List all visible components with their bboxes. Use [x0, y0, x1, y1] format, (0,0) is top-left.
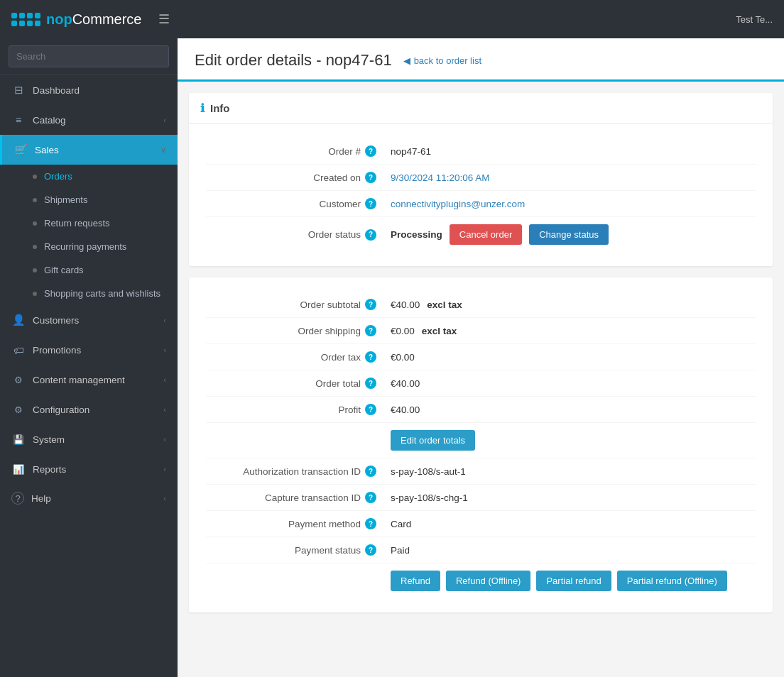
profit-row: Profit ? €40.00 — [206, 397, 756, 423]
order-tax-label: Order tax ? — [206, 351, 391, 363]
order-number-help-icon[interactable]: ? — [365, 145, 376, 157]
sidebar-item-label: Gift cards — [44, 265, 84, 275]
edit-order-totals-button[interactable]: Edit order totals — [391, 430, 475, 451]
sidebar-item-shipments[interactable]: Shipments — [0, 188, 178, 211]
info-card: ℹ Info Order # ? nop47-61 Cr — [189, 93, 773, 266]
cancel-order-button[interactable]: Cancel order — [450, 224, 522, 245]
order-total-label: Order total ? — [206, 378, 391, 389]
sidebar-item-label: Help — [31, 493, 51, 504]
order-tax-help-icon[interactable]: ? — [365, 351, 376, 363]
dashboard-icon: ⊟ — [11, 83, 26, 97]
edit-totals-actions: Edit order totals — [391, 430, 475, 451]
order-number-row: Order # ? nop47-61 — [206, 138, 756, 165]
order-status-label: Order status ? — [206, 229, 391, 241]
customer-value[interactable]: connectivityplugins@unzer.com — [391, 199, 525, 209]
configuration-icon: ⚙ — [11, 402, 26, 417]
sidebar-item-system[interactable]: 💾 System ‹ — [0, 424, 178, 454]
order-status-help-icon[interactable]: ? — [365, 229, 376, 241]
refund-button[interactable]: Refund — [391, 571, 440, 591]
sidebar-item-label: Configuration — [33, 404, 89, 415]
order-status-row: Order status ? Processing Cancel order C… — [206, 217, 756, 252]
created-on-row: Created on ? 9/30/2024 11:20:06 AM — [206, 165, 756, 191]
sidebar-item-configuration[interactable]: ⚙ Configuration ‹ — [0, 395, 178, 424]
sales-icon: 🛒 — [13, 143, 28, 157]
order-subtotal-label: Order subtotal ? — [206, 299, 391, 310]
sidebar-item-orders[interactable]: Orders — [0, 165, 178, 188]
sidebar-item-label: Sales — [35, 145, 59, 155]
sidebar-item-promotions[interactable]: 🏷 Promotions ‹ — [0, 335, 178, 365]
sidebar-item-catalog[interactable]: ≡ Catalog ‹ — [0, 105, 178, 135]
chevron-right-icon: ‹ — [163, 465, 166, 473]
created-on-help-icon[interactable]: ? — [365, 172, 376, 183]
system-icon: 💾 — [11, 432, 26, 446]
sidebar-item-help[interactable]: ? Help ‹ — [0, 484, 178, 512]
profit-value: €40.00 — [391, 404, 420, 415]
bullet-icon — [33, 198, 37, 202]
sidebar-item-customers[interactable]: 👤 Customers ‹ — [0, 305, 178, 335]
reports-icon: 📊 — [11, 462, 26, 476]
sidebar-item-shopping-carts[interactable]: Shopping carts and wishlists — [0, 282, 178, 305]
main-content: Edit order details - nop47-61 ◀ back to … — [178, 38, 784, 677]
order-status-value: Processing Cancel order Change status — [391, 224, 609, 245]
sidebar-item-label: Reports — [33, 464, 66, 475]
customer-label: Customer ? — [206, 198, 391, 209]
menu-toggle-icon[interactable]: ☰ — [158, 11, 170, 27]
partial-refund-offline-button[interactable]: Partial refund (Offline) — [617, 571, 727, 591]
payment-status-value: Paid — [391, 545, 410, 556]
logo-dots — [11, 13, 40, 26]
sidebar-item-label: System — [33, 434, 65, 445]
page-header: Edit order details - nop47-61 ◀ back to … — [178, 38, 784, 82]
order-tax-row: Order tax ? €0.00 — [206, 344, 756, 370]
info-icon: ℹ — [200, 101, 205, 115]
order-number-label: Order # ? — [206, 145, 391, 157]
partial-refund-button[interactable]: Partial refund — [536, 571, 611, 591]
sidebar-item-label: Return requests — [44, 218, 110, 229]
payment-method-row: Payment method ? Card — [206, 511, 756, 537]
refund-offline-button[interactable]: Refund (Offline) — [446, 571, 531, 591]
page-title: Edit order details - nop47-61 — [195, 51, 392, 70]
logo-text: nopCommerce — [46, 11, 141, 28]
created-on-value: 9/30/2024 11:20:06 AM — [391, 172, 490, 183]
totals-card: Order subtotal ? €40.00 excl tax Order s… — [189, 277, 773, 612]
sidebar-item-sales[interactable]: 🛒 Sales ∨ — [0, 135, 178, 165]
auth-transaction-value: s-pay-108/s-aut-1 — [391, 466, 466, 477]
search-input[interactable] — [9, 45, 169, 67]
auth-transaction-row: Authorization transaction ID ? s-pay-108… — [206, 458, 756, 485]
sidebar-item-reports[interactable]: 📊 Reports ‹ — [0, 454, 178, 484]
order-subtotal-help-icon[interactable]: ? — [365, 299, 376, 310]
payment-status-row: Payment status ? Paid — [206, 537, 756, 563]
sidebar-item-label: Dashboard — [33, 85, 80, 96]
profit-label: Profit ? — [206, 404, 391, 415]
payment-method-label: Payment method ? — [206, 518, 391, 529]
sidebar-item-return-requests[interactable]: Return requests — [0, 211, 178, 235]
edit-totals-row: Edit order totals — [206, 423, 756, 458]
chevron-right-icon: ‹ — [163, 494, 166, 502]
auth-transaction-help-icon[interactable]: ? — [365, 466, 376, 477]
sidebar-item-label: Catalog — [33, 115, 66, 126]
sidebar-item-content-management[interactable]: ⚙ Content management ‹ — [0, 365, 178, 395]
change-status-button[interactable]: Change status — [529, 224, 609, 245]
sidebar: ⊟ Dashboard ≡ Catalog ‹ 🛒 Sales ∨ Orders… — [0, 38, 178, 677]
info-card-title: Info — [210, 102, 230, 114]
sidebar-item-label: Recurring payments — [44, 241, 126, 252]
chevron-right-icon: ‹ — [163, 316, 166, 324]
info-card-header: ℹ Info — [189, 93, 773, 124]
payment-method-help-icon[interactable]: ? — [365, 518, 376, 529]
user-menu[interactable]: Test Te... — [736, 14, 773, 25]
capture-transaction-help-icon[interactable]: ? — [365, 492, 376, 503]
customer-help-icon[interactable]: ? — [365, 198, 376, 209]
order-shipping-help-icon[interactable]: ? — [365, 325, 376, 336]
search-box — [0, 38, 178, 75]
help-nav-icon: ? — [11, 492, 24, 505]
profit-help-icon[interactable]: ? — [365, 404, 376, 415]
payment-status-help-icon[interactable]: ? — [365, 544, 376, 556]
order-shipping-label: Order shipping ? — [206, 325, 391, 336]
sidebar-item-dashboard[interactable]: ⊟ Dashboard — [0, 75, 178, 105]
back-to-order-list-link[interactable]: ◀ back to order list — [403, 55, 481, 66]
sidebar-item-label: Shipments — [44, 194, 87, 205]
order-total-help-icon[interactable]: ? — [365, 378, 376, 389]
totals-card-body: Order subtotal ? €40.00 excl tax Order s… — [189, 277, 773, 612]
bullet-icon — [33, 268, 37, 273]
sidebar-item-recurring-payments[interactable]: Recurring payments — [0, 235, 178, 258]
sidebar-item-gift-cards[interactable]: Gift cards — [0, 258, 178, 282]
